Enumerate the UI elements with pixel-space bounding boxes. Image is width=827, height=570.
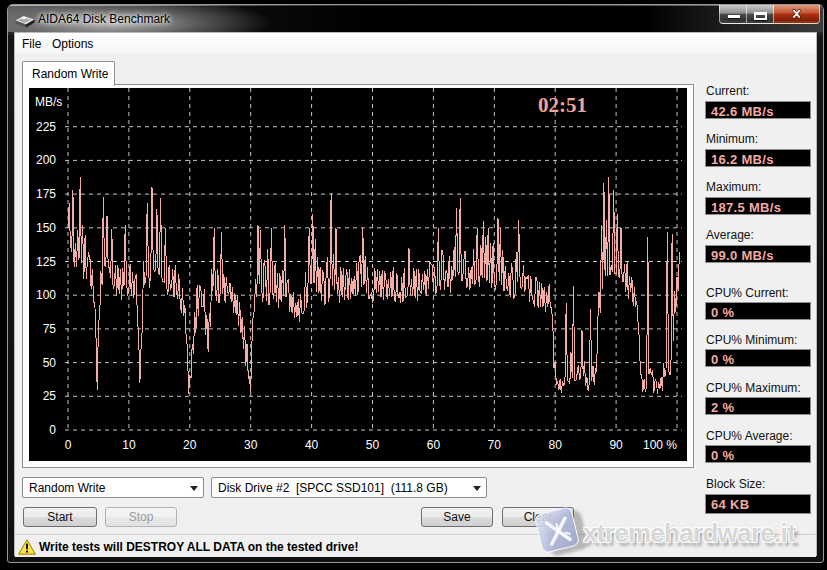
svg-text:30: 30 [244, 438, 258, 452]
svg-text:100 %: 100 % [643, 438, 677, 452]
svg-text:40: 40 [305, 438, 319, 452]
svg-text:10: 10 [122, 438, 136, 452]
svg-text:02:51: 02:51 [538, 93, 587, 117]
svg-text:75: 75 [43, 322, 57, 336]
svg-text:60: 60 [427, 438, 441, 452]
svg-text:150: 150 [36, 221, 56, 235]
svg-text:0: 0 [49, 423, 56, 437]
svg-text:125: 125 [36, 255, 56, 269]
svg-text:MB/s: MB/s [35, 95, 62, 109]
svg-text:50: 50 [366, 438, 380, 452]
svg-text:175: 175 [36, 187, 56, 201]
svg-text:225: 225 [36, 120, 56, 134]
svg-text:25: 25 [43, 389, 57, 403]
svg-text:50: 50 [43, 356, 57, 370]
svg-text:100: 100 [36, 288, 56, 302]
svg-text:20: 20 [183, 438, 197, 452]
svg-text:90: 90 [609, 438, 623, 452]
svg-text:70: 70 [488, 438, 502, 452]
svg-text:80: 80 [549, 438, 563, 452]
svg-text:0: 0 [65, 438, 72, 452]
svg-text:200: 200 [36, 153, 56, 167]
